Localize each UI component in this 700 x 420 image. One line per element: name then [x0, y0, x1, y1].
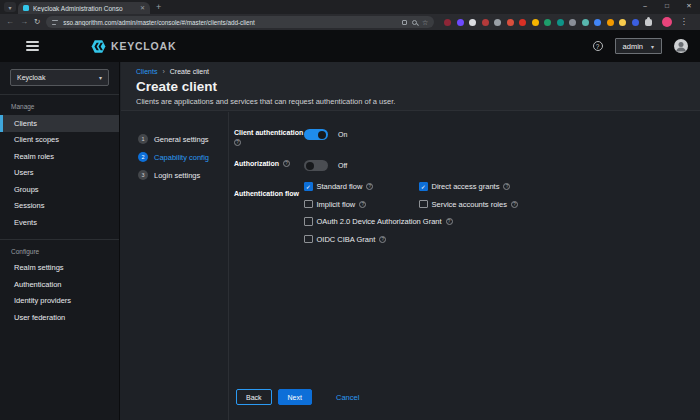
extension-icon[interactable]	[582, 19, 589, 26]
extension-icon[interactable]	[494, 19, 501, 26]
checkbox-implicit-flow[interactable]: ✓ Implicit flow ?	[304, 200, 419, 209]
window-close-button[interactable]: ✕	[678, 0, 700, 12]
step-general-settings[interactable]: 1 General settings	[138, 134, 228, 144]
tab-strip: ▾ Keycloak Administration Conso ✕ + – □ …	[0, 0, 700, 14]
checkbox-box[interactable]: ✓	[419, 200, 428, 209]
tab-close-icon[interactable]: ✕	[140, 5, 145, 11]
create-client-wizard: 1 General settings 2 Capability config 3…	[121, 112, 700, 420]
extension-icon[interactable]	[569, 19, 576, 26]
extension-icon[interactable]	[444, 19, 451, 26]
sidebar-item-users[interactable]: Users	[0, 165, 119, 182]
checkbox-box[interactable]: ✓	[419, 182, 428, 191]
sidebar-item-realm-settings[interactable]: Realm settings	[0, 260, 119, 277]
help-icon[interactable]: ?	[366, 183, 373, 190]
client-authentication-toggle[interactable]	[304, 129, 328, 140]
extension-icon[interactable]	[632, 19, 639, 26]
extension-icon[interactable]	[469, 19, 476, 26]
sidebar-item-events[interactable]: Events	[0, 214, 119, 231]
authorization-toggle[interactable]	[304, 160, 328, 171]
help-icon[interactable]: ?	[593, 41, 603, 51]
translate-icon[interactable]	[402, 20, 407, 25]
sidebar-item-clients[interactable]: Clients	[0, 115, 119, 132]
extension-icon[interactable]	[607, 19, 614, 26]
nav-toggle-icon[interactable]	[26, 41, 39, 51]
keycloak-masthead: KEYCLOAK ? admin ▾	[0, 30, 700, 62]
sidebar-item-sessions[interactable]: Sessions	[0, 198, 119, 215]
browser-tab[interactable]: Keycloak Administration Conso ✕	[18, 2, 150, 14]
extension-icon[interactable]	[457, 19, 464, 26]
help-icon[interactable]: ?	[234, 139, 241, 146]
step-number: 2	[138, 152, 148, 162]
keycloak-logo-icon	[91, 39, 106, 54]
extension-icon[interactable]	[544, 19, 551, 26]
toggle-knob	[318, 131, 326, 139]
breadcrumb-clients-link[interactable]: Clients	[136, 68, 157, 75]
wizard-steps: 1 General settings 2 Capability config 3…	[121, 112, 229, 420]
step-capability-config[interactable]: 2 Capability config	[138, 152, 228, 162]
extension-icon[interactable]	[557, 19, 564, 26]
checkbox-standard-flow[interactable]: ✓ Standard flow ?	[304, 182, 419, 191]
address-bar[interactable]: sso.anqorithm.com/admin/master/console/#…	[46, 16, 434, 28]
checkbox-direct-access-grants[interactable]: ✓ Direct access grants ?	[419, 182, 518, 191]
sidebar-item-authentication[interactable]: Authentication	[0, 276, 119, 293]
help-icon[interactable]: ?	[511, 201, 518, 208]
bookmark-star-icon[interactable]: ☆	[422, 19, 428, 26]
back-button[interactable]: Back	[236, 389, 272, 405]
help-icon[interactable]: ?	[503, 183, 510, 190]
help-icon[interactable]: ?	[379, 236, 386, 243]
minimize-button[interactable]: –	[634, 0, 656, 12]
page-title: Create client	[136, 79, 685, 94]
search-lens-icon[interactable]	[412, 20, 417, 25]
extension-icon[interactable]	[507, 19, 514, 26]
checkbox-label: Implicit flow	[317, 200, 356, 209]
sidebar-item-client-scopes[interactable]: Client scopes	[0, 132, 119, 149]
extensions-puzzle-icon[interactable]	[645, 19, 652, 26]
browser-menu-icon[interactable]: ⋮	[680, 18, 688, 26]
sidebar-item-realm-roles[interactable]: Realm roles	[0, 148, 119, 165]
user-avatar[interactable]	[674, 39, 688, 53]
extension-icon[interactable]	[519, 19, 526, 26]
checkbox-box[interactable]: ✓	[304, 182, 313, 191]
sidebar-section-configure: Configure	[0, 240, 119, 260]
help-icon[interactable]: ?	[283, 160, 290, 167]
field-label: Authorization ?	[234, 160, 304, 167]
extension-icon[interactable]	[482, 19, 489, 26]
tab-search-button[interactable]: ▾	[4, 2, 16, 12]
checkbox-oauth-device-grant[interactable]: ✓ OAuth 2.0 Device Authorization Grant ?	[304, 217, 518, 226]
back-icon[interactable]: ←	[6, 18, 14, 26]
help-icon[interactable]: ?	[446, 218, 453, 225]
window-controls: – □ ✕	[634, 0, 700, 14]
new-tab-button[interactable]: +	[156, 2, 161, 12]
browser-window: ▾ Keycloak Administration Conso ✕ + – □ …	[0, 0, 700, 420]
sidebar-item-identity-providers[interactable]: Identity providers	[0, 293, 119, 310]
extension-icon[interactable]	[619, 19, 626, 26]
step-label: Capability config	[154, 153, 209, 162]
checkbox-box[interactable]: ✓	[304, 200, 313, 209]
browser-profile-avatar[interactable]	[662, 17, 672, 27]
extension-icons[interactable]	[444, 19, 639, 26]
chevron-down-icon: ▾	[99, 74, 102, 81]
sidebar-item-groups[interactable]: Groups	[0, 181, 119, 198]
realm-selector[interactable]: Keycloak ▾	[10, 69, 109, 86]
realm-name: Keycloak	[17, 74, 99, 81]
checkbox-service-accounts-roles[interactable]: ✓ Service accounts roles ?	[419, 200, 518, 209]
authorization-label: Authorization	[234, 160, 279, 167]
client-authentication-row: Client authentication ? On	[234, 129, 700, 146]
extension-icon[interactable]	[594, 19, 601, 26]
forward-icon[interactable]: →	[20, 18, 28, 26]
check-icon: ✓	[421, 184, 426, 190]
checkbox-box[interactable]: ✓	[304, 235, 313, 244]
help-icon[interactable]: ?	[359, 201, 366, 208]
next-button[interactable]: Next	[278, 389, 312, 405]
user-dropdown[interactable]: admin ▾	[615, 38, 662, 54]
site-settings-icon[interactable]	[52, 20, 58, 25]
reload-icon[interactable]: ↻	[34, 18, 40, 26]
maximize-button[interactable]: □	[656, 0, 678, 12]
url-text[interactable]: sso.anqorithm.com/admin/master/console/#…	[63, 19, 397, 26]
checkbox-box[interactable]: ✓	[304, 217, 313, 226]
cancel-link[interactable]: Cancel	[336, 393, 359, 402]
checkbox-oidc-ciba-grant[interactable]: ✓ OIDC CIBA Grant ?	[304, 235, 518, 244]
step-login-settings[interactable]: 3 Login settings	[138, 170, 228, 180]
sidebar-item-user-federation[interactable]: User federation	[0, 309, 119, 326]
extension-icon[interactable]	[532, 19, 539, 26]
